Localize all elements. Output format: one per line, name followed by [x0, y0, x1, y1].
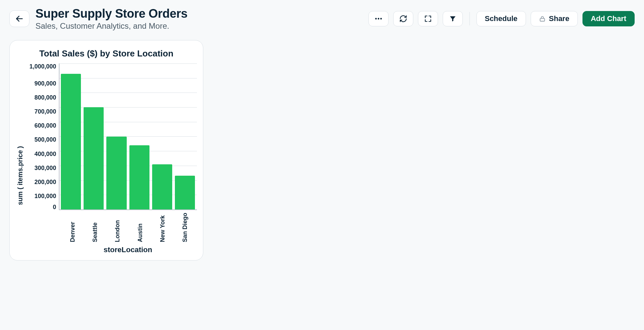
chart: sum ( items.price ) 1,000,000 900,000 80… — [16, 63, 197, 254]
x-tick: London — [114, 213, 121, 242]
svg-rect-4 — [540, 18, 544, 21]
fullscreen-button[interactable] — [418, 11, 438, 26]
filter-button[interactable] — [443, 11, 463, 26]
bar-austin — [129, 145, 149, 209]
more-options-button[interactable] — [368, 11, 389, 26]
svg-point-1 — [375, 18, 377, 20]
y-axis-label: sum ( items.price ) — [16, 63, 24, 254]
y-tick: 500,000 — [34, 137, 56, 143]
x-tick: San Diego — [182, 213, 189, 242]
chart-card[interactable]: Total Sales ($) by Store Location sum ( … — [9, 40, 203, 261]
svg-point-3 — [380, 18, 382, 20]
add-chart-button-label: Add Chart — [591, 14, 626, 23]
bar-denver — [61, 74, 81, 209]
bar-seattle — [84, 107, 104, 209]
title-block: Super Supply Store Orders Sales, Custome… — [35, 7, 188, 31]
y-axis-ticks: 1,000,000 900,000 800,000 700,000 600,00… — [24, 63, 59, 210]
share-button[interactable]: Share — [531, 11, 578, 26]
y-tick: 900,000 — [34, 80, 56, 87]
lock-icon — [539, 15, 546, 22]
chart-title: Total Sales ($) by Store Location — [16, 48, 197, 59]
y-tick: 200,000 — [34, 179, 56, 185]
y-tick: 100,000 — [34, 193, 56, 199]
refresh-button[interactable] — [393, 11, 413, 26]
share-button-label: Share — [549, 14, 569, 23]
y-tick: 700,000 — [34, 109, 56, 115]
back-button[interactable] — [9, 10, 29, 27]
refresh-icon — [399, 15, 407, 23]
y-tick: 600,000 — [34, 123, 56, 129]
x-tick: New York — [159, 213, 166, 242]
bar-new-york — [152, 164, 172, 209]
ellipsis-icon — [374, 14, 383, 23]
dashboard-board: Total Sales ($) by Store Location sum ( … — [0, 32, 644, 269]
x-axis-ticks: Denver Seattle London Austin New York Sa… — [24, 210, 197, 242]
x-tick: Austin — [137, 213, 144, 242]
header-toolbar: Schedule Share Add Chart — [368, 11, 635, 26]
page-header: Super Supply Store Orders Sales, Custome… — [0, 0, 644, 32]
svg-point-2 — [378, 18, 379, 20]
y-tick: 300,000 — [34, 165, 56, 171]
y-tick: 400,000 — [34, 151, 56, 157]
page-title: Super Supply Store Orders — [35, 7, 188, 21]
x-axis-label: storeLocation — [59, 245, 197, 254]
y-tick: 1,000,000 — [29, 63, 56, 69]
arrow-left-icon — [15, 14, 24, 23]
fullscreen-icon — [424, 15, 432, 22]
x-tick: Seattle — [92, 213, 99, 242]
y-tick: 800,000 — [34, 95, 56, 101]
bar-london — [106, 137, 126, 209]
schedule-button[interactable]: Schedule — [476, 11, 526, 26]
bar-san-diego — [175, 176, 195, 209]
bars — [60, 63, 197, 209]
schedule-button-label: Schedule — [485, 14, 518, 23]
filter-icon — [449, 15, 456, 22]
toolbar-separator — [469, 12, 470, 25]
x-tick: Denver — [69, 213, 76, 242]
add-chart-button[interactable]: Add Chart — [582, 11, 635, 26]
y-tick: 0 — [53, 204, 56, 210]
page-subtitle: Sales, Customer Analytics, and More. — [35, 21, 188, 31]
plot-area — [59, 63, 197, 210]
